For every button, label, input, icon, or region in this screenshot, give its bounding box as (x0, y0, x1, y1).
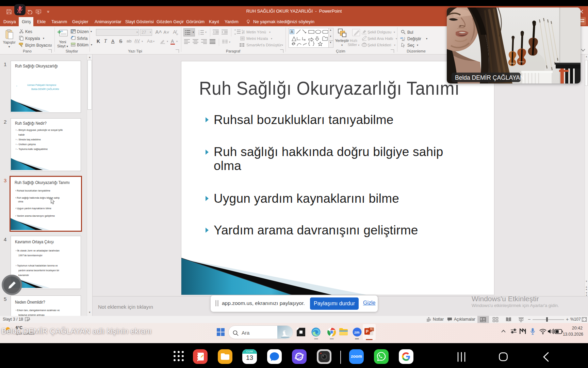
svg-text:3: 3 (198, 33, 200, 35)
svg-text:P: P (366, 329, 369, 334)
svg-text:Belda DEMİR ÇAĞLAYAN: Belda DEMİR ÇAĞLAYAN (455, 74, 524, 81)
svg-text:zm: zm (354, 330, 360, 334)
svg-text:A: A (291, 30, 293, 34)
svg-text:ac: ac (402, 39, 405, 41)
